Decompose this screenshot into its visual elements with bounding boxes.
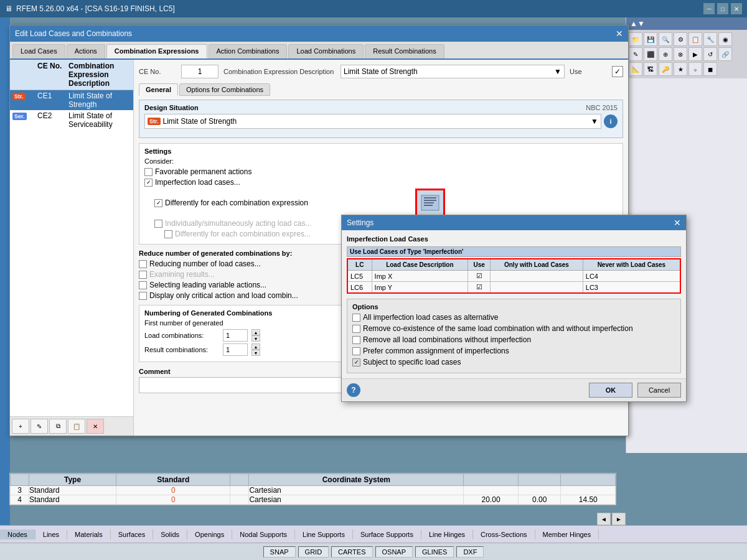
chk-differently[interactable]: ✓ <box>154 199 162 207</box>
chk-display[interactable] <box>139 292 147 300</box>
ce2-desc: Limit State of Serviceability <box>68 111 131 129</box>
rt-btn-14[interactable]: 🔗 <box>718 47 732 61</box>
bottom-tab-openings[interactable]: Openings <box>187 530 232 539</box>
status-grid[interactable]: GRID <box>298 546 329 558</box>
bottom-tab-nodal-supports[interactable]: Nodal Supports <box>232 530 295 539</box>
chk-selecting[interactable] <box>139 281 147 289</box>
opt-chk-2[interactable] <box>352 325 360 333</box>
popup-close-btn[interactable]: ✕ <box>674 218 681 228</box>
bottom-tab-materials[interactable]: Materials <box>67 530 111 539</box>
toolbar-btn-paste[interactable]: 📋 <box>68 419 85 434</box>
rt-btn-15[interactable]: 📐 <box>629 62 642 76</box>
tab-result-combinations[interactable]: Result Combinations <box>365 44 444 58</box>
rt-btn-11[interactable]: ⊗ <box>674 47 687 61</box>
tab-load-cases[interactable]: Load Cases <box>12 44 65 58</box>
table-row-lc5[interactable]: LC5 Imp X ☑ LC4 <box>347 271 680 282</box>
bottom-tab-line-supports[interactable]: Line Supports <box>295 530 353 539</box>
description-combo[interactable]: Limit State of Strength ▼ <box>341 65 565 78</box>
chk-individually[interactable] <box>154 220 162 228</box>
close-btn[interactable]: ✕ <box>731 3 742 14</box>
opt-chk-5[interactable]: ✓ <box>352 358 360 366</box>
chk-reducing[interactable] <box>139 260 147 268</box>
nav-next[interactable]: ► <box>612 513 626 525</box>
chk-favorable[interactable] <box>144 168 153 176</box>
info-btn[interactable]: i <box>604 114 618 128</box>
tab-actions[interactable]: Actions <box>67 44 105 58</box>
chk-imperfection[interactable]: ✓ <box>144 179 153 187</box>
rt-btn-4[interactable]: ⚙ <box>674 32 687 46</box>
status-snap[interactable]: SNAP <box>263 546 296 558</box>
ce1-desc: Limit State of Strength <box>68 91 131 109</box>
rt-btn-12[interactable]: ▶ <box>688 47 702 61</box>
rt-btn-2[interactable]: 💾 <box>644 32 657 46</box>
result-comb-down[interactable]: ▼ <box>251 350 260 356</box>
tab-action-combinations[interactable]: Action Combinations <box>209 44 288 58</box>
tab-load-combinations[interactable]: Load Combinations <box>288 44 364 58</box>
rt-btn-19[interactable]: ⬦ <box>688 62 702 76</box>
opt-chk-4[interactable] <box>352 347 360 355</box>
bottom-tab-lines[interactable]: Lines <box>35 530 67 539</box>
popup-ok-btn[interactable]: OK <box>589 383 632 398</box>
toolbar-btn-edit[interactable]: ✎ <box>31 419 48 434</box>
load-comb-up[interactable]: ▲ <box>251 329 260 335</box>
rt-btn-10[interactable]: ⊕ <box>659 47 672 61</box>
design-situation-combo[interactable]: Str. Limit State of Strength ▼ <box>144 114 601 129</box>
opt-chk-1[interactable] <box>352 314 360 322</box>
bottom-tab-line-hinges[interactable]: Line Hinges <box>421 530 473 539</box>
toolbar-btn-add[interactable]: + <box>12 419 29 434</box>
bottom-tab-surface-supports[interactable]: Surface Supports <box>353 530 421 539</box>
list-item-ce1[interactable]: Str. CE1 Limit State of Strength <box>10 90 133 110</box>
window-controls[interactable]: ─ □ ✕ <box>703 3 742 14</box>
popup-help-btn[interactable]: ? <box>347 383 360 398</box>
sec-tab-options[interactable]: Options for Combinations <box>179 83 270 96</box>
chk-examining[interactable] <box>139 271 147 279</box>
popup-cancel-btn[interactable]: Cancel <box>637 383 681 398</box>
cb-display-label: Display only critical action and load co… <box>149 291 298 300</box>
rt-btn-6[interactable]: 🔧 <box>703 32 717 46</box>
toolbar-btn-copy[interactable]: ⧉ <box>49 419 67 434</box>
rt-btn-1[interactable]: 📁 <box>629 32 642 46</box>
toolbar-btn-delete[interactable]: ✕ <box>87 419 104 434</box>
use-checkbox[interactable]: ✓ <box>612 66 623 77</box>
rt-btn-20[interactable]: ◼ <box>703 62 717 76</box>
td-use-lc5[interactable]: ☑ <box>468 271 491 282</box>
bottom-tab-member-hinges[interactable]: Member Hinges <box>535 530 599 539</box>
result-comb-spinners[interactable]: ▲ ▼ <box>251 343 260 356</box>
status-dxf[interactable]: DXF <box>456 546 484 558</box>
rt-btn-7[interactable]: ◉ <box>718 32 732 46</box>
list-item-ce2[interactable]: Ser. CE2 Limit State of Serviceability <box>10 110 133 130</box>
tab-combination-expressions[interactable]: Combination Expressions <box>106 44 207 58</box>
sec-tab-general[interactable]: General <box>139 83 178 96</box>
load-comb-input[interactable]: 1 <box>223 329 248 342</box>
bottom-tab-surfaces[interactable]: Surfaces <box>111 530 153 539</box>
minimize-btn[interactable]: ─ <box>703 3 715 14</box>
bottom-tab-solids[interactable]: Solids <box>153 530 187 539</box>
status-glines[interactable]: GLINES <box>415 546 454 558</box>
td-use-lc6[interactable]: ☑ <box>468 282 491 294</box>
rt-btn-8[interactable]: ✎ <box>629 47 642 61</box>
status-cartes[interactable]: CARTES <box>331 546 372 558</box>
status-osnap[interactable]: OSNAP <box>375 546 413 558</box>
dialog-close-btn[interactable]: ✕ <box>616 29 623 39</box>
rt-btn-16[interactable]: 🏗 <box>644 62 657 76</box>
col-only-with: Only with Load Cases <box>491 259 583 271</box>
nav-prev[interactable]: ◄ <box>597 513 611 525</box>
result-comb-input[interactable]: 1 <box>223 343 248 356</box>
opt-chk-3[interactable] <box>352 336 360 344</box>
cb-imperfection-label: Imperfection load cases... <box>155 178 240 187</box>
bottom-tab-nodes[interactable]: Nodes <box>0 530 35 539</box>
rt-btn-9[interactable]: ⬛ <box>644 47 657 61</box>
load-comb-down[interactable]: ▼ <box>251 335 260 342</box>
rt-btn-3[interactable]: 🔍 <box>659 32 672 46</box>
imperfection-settings-btn[interactable] <box>415 189 445 217</box>
rt-btn-13[interactable]: ↺ <box>703 47 717 61</box>
rt-btn-17[interactable]: 🔑 <box>659 62 672 76</box>
maximize-btn[interactable]: □ <box>717 3 728 14</box>
table-row-lc6[interactable]: LC6 Imp Y ☑ LC3 <box>347 282 680 294</box>
bottom-tab-cross-sections[interactable]: Cross-Sections <box>473 530 535 539</box>
result-comb-up[interactable]: ▲ <box>251 343 260 350</box>
rt-btn-18[interactable]: ★ <box>674 62 687 76</box>
load-comb-spinners[interactable]: ▲ ▼ <box>251 329 260 342</box>
chk-diff-combo[interactable] <box>164 230 172 238</box>
rt-btn-5[interactable]: 📋 <box>688 32 702 46</box>
